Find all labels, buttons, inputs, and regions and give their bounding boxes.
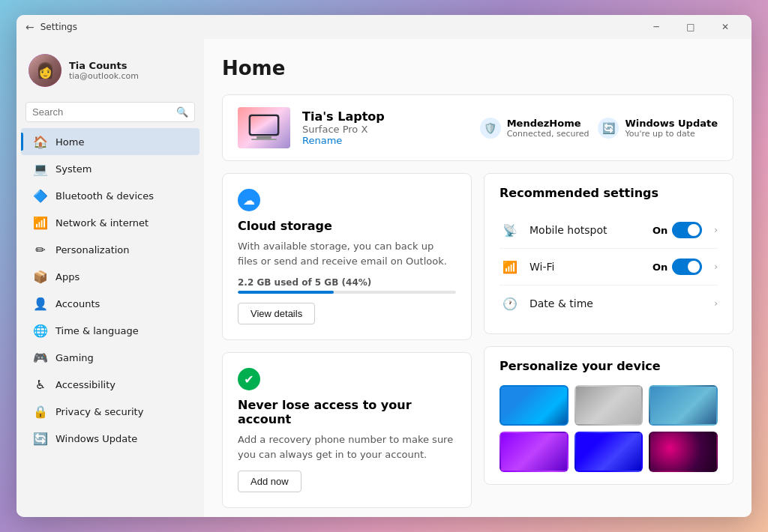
wallpaper-4[interactable] — [500, 432, 568, 472]
sidebar-item-personalization-label: Personalization — [56, 244, 130, 256]
user-profile[interactable]: 👩 Tia Counts tia@outlook.com — [16, 45, 204, 99]
sidebar-item-time-label: Time & language — [56, 325, 139, 336]
content-area: 👩 Tia Counts tia@outlook.com 🔍 🏠 Home 💻 … — [16, 39, 752, 517]
minimize-button[interactable]: ─ — [639, 15, 674, 39]
svg-rect-1 — [250, 116, 278, 134]
account-card-title: Never lose access to your account — [238, 398, 456, 426]
rename-link[interactable]: Rename — [302, 135, 385, 146]
close-button[interactable]: ✕ — [708, 15, 742, 39]
wifi-status-subtitle: Connected, secured — [507, 129, 590, 139]
datetime-name: Date & time — [530, 297, 705, 309]
account-recovery-card: ✔ Never lose access to your account Add … — [222, 352, 472, 508]
search-input[interactable] — [32, 106, 172, 118]
hotspot-icon: 📡 — [500, 220, 520, 241]
gaming-icon: 🎮 — [33, 350, 48, 365]
user-name: Tia Counts — [69, 60, 139, 71]
titlebar: ← Settings ─ □ ✕ — [16, 15, 752, 39]
status-cards: 🛡️ MendezHome Connected, secured 🔄 Windo… — [480, 118, 718, 139]
wallpaper-1[interactable] — [500, 385, 568, 426]
personalize-title: Personalize your device — [500, 359, 718, 373]
home-icon: 🏠 — [33, 134, 48, 149]
mobile-hotspot-setting[interactable]: 📡 Mobile hotspot On › — [500, 212, 718, 249]
sidebar-item-bluetooth[interactable]: 🔷 Bluetooth & devices — [21, 182, 200, 209]
hotspot-toggle[interactable] — [672, 222, 702, 238]
recommended-settings-title: Recommended settings — [500, 186, 718, 200]
main-content: Home — [204, 39, 752, 517]
storage-progress: 2.2 GB used of 5 GB (44%) — [238, 277, 456, 294]
shield-icon: ✔ — [238, 368, 260, 390]
update-status-card: 🔄 Windows Update You're up to date — [598, 118, 718, 139]
update-status-title: Windows Update — [625, 118, 718, 129]
add-now-button[interactable]: Add now — [238, 471, 302, 492]
search-box[interactable]: 🔍 — [26, 102, 195, 122]
wifi-status-card: 🛡️ MendezHome Connected, secured — [480, 118, 590, 139]
sidebar-item-accessibility[interactable]: ♿ Accessibility — [21, 371, 200, 398]
sidebar-item-accounts[interactable]: 👤 Accounts — [21, 290, 200, 317]
wifi-toggle-container: On — [652, 259, 702, 275]
wifi-status-icon: 🛡️ — [480, 118, 501, 139]
cloud-card-title: Cloud storage — [238, 219, 456, 233]
sidebar-item-bluetooth-label: Bluetooth & devices — [56, 190, 154, 202]
device-info-card: Tia's Laptop Surface Pro X Rename 🛡️ Men… — [222, 94, 734, 161]
wifi-status-text: MendezHome Connected, secured — [507, 118, 590, 139]
search-icon: 🔍 — [176, 106, 188, 118]
datetime-chevron-icon: › — [714, 298, 718, 309]
sidebar-item-accessibility-label: Accessibility — [56, 379, 116, 390]
sidebar-item-apps[interactable]: 📦 Apps — [21, 263, 200, 290]
sidebar-item-system[interactable]: 💻 System — [21, 155, 200, 182]
sidebar-item-gaming[interactable]: 🎮 Gaming — [21, 344, 200, 371]
user-email: tia@outlook.com — [69, 71, 139, 81]
system-icon: 💻 — [33, 161, 48, 176]
update-icon: 🔄 — [33, 431, 48, 446]
sidebar-item-privacy-label: Privacy & security — [56, 406, 143, 417]
apps-icon: 📦 — [33, 269, 48, 284]
wallpaper-5[interactable] — [574, 432, 644, 472]
sidebar-item-time[interactable]: 🌐 Time & language — [21, 317, 200, 344]
device-image — [238, 107, 290, 148]
sidebar-item-update-label: Windows Update — [56, 433, 137, 444]
wallpaper-2[interactable] — [574, 385, 644, 426]
personalization-icon: ✏️ — [33, 242, 48, 257]
device-model: Surface Pro X — [302, 124, 385, 135]
accounts-icon: 👤 — [33, 296, 48, 311]
update-status-text: Windows Update You're up to date — [625, 118, 718, 139]
sidebar-item-home[interactable]: 🏠 Home — [21, 128, 200, 155]
sidebar-item-apps-label: Apps — [56, 271, 80, 282]
accessibility-icon: ♿ — [33, 377, 48, 392]
wifi-setting[interactable]: 📶 Wi-Fi On › — [500, 249, 718, 285]
sidebar-item-privacy[interactable]: 🔒 Privacy & security — [21, 398, 200, 425]
titlebar-left: ← Settings — [26, 21, 77, 33]
wifi-name: Wi-Fi — [530, 261, 644, 273]
sidebar-item-system-label: System — [56, 163, 92, 175]
sidebar-item-personalization[interactable]: ✏️ Personalization — [21, 236, 200, 263]
wifi-status-title: MendezHome — [507, 118, 590, 129]
view-details-button[interactable]: View details — [238, 303, 315, 324]
sidebar-item-update[interactable]: 🔄 Windows Update — [21, 425, 200, 452]
sidebar-item-accounts-label: Accounts — [56, 298, 100, 309]
wifi-toggle[interactable] — [672, 259, 702, 275]
user-info: Tia Counts tia@outlook.com — [69, 60, 139, 81]
svg-rect-2 — [256, 136, 272, 139]
sidebar-item-network[interactable]: 📶 Network & internet — [21, 209, 200, 236]
time-icon: 🌐 — [33, 323, 48, 338]
network-icon: 📶 — [33, 215, 48, 230]
back-button[interactable]: ← — [26, 21, 34, 33]
bluetooth-icon: 🔷 — [33, 188, 48, 203]
update-status-subtitle: You're up to date — [625, 129, 718, 139]
cloud-storage-card: ☁️ Cloud storage With available storage,… — [222, 173, 472, 340]
left-column: ☁️ Cloud storage With available storage,… — [222, 173, 472, 508]
maximize-button[interactable]: □ — [674, 15, 708, 39]
privacy-icon: 🔒 — [33, 404, 48, 419]
sidebar: 👩 Tia Counts tia@outlook.com 🔍 🏠 Home 💻 … — [16, 39, 204, 517]
datetime-setting[interactable]: 🕐 Date & time › — [500, 285, 718, 321]
wallpaper-3[interactable] — [649, 385, 718, 426]
wifi-setting-icon: 📶 — [500, 256, 520, 277]
device-details: Tia's Laptop Surface Pro X Rename — [302, 109, 385, 146]
right-column: Recommended settings 📡 Mobile hotspot On… — [484, 173, 734, 508]
wallpaper-6[interactable] — [649, 432, 718, 472]
datetime-setting-icon: 🕐 — [500, 293, 520, 314]
recommended-settings-section: Recommended settings 📡 Mobile hotspot On… — [484, 173, 734, 334]
avatar: 👩 — [28, 54, 62, 87]
two-column-layout: ☁️ Cloud storage With available storage,… — [222, 173, 734, 508]
sidebar-item-gaming-label: Gaming — [56, 352, 94, 363]
